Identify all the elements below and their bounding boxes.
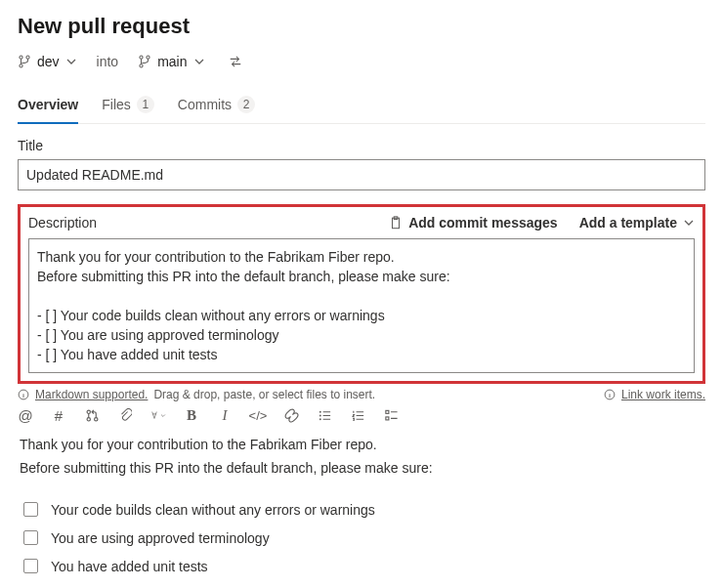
svg-point-4 xyxy=(147,56,149,59)
info-icon xyxy=(604,389,616,400)
pull-request-icon xyxy=(85,408,100,423)
into-label: into xyxy=(97,54,119,69)
link-icon xyxy=(284,408,299,423)
preview-check-item: Your code builds clean without any error… xyxy=(20,499,705,520)
title-label: Title xyxy=(18,138,705,153)
description-textarea[interactable]: Thank you for your contribution to the F… xyxy=(28,238,695,373)
branch-icon xyxy=(18,55,31,68)
svg-point-14 xyxy=(319,414,320,416)
preview-check-item: You have added unit tests xyxy=(20,556,705,576)
markdown-supported-link[interactable]: Markdown supported. xyxy=(35,388,148,401)
svg-point-12 xyxy=(94,417,97,420)
heading-icon xyxy=(150,408,159,422)
chevron-down-icon xyxy=(193,56,205,67)
description-label: Description xyxy=(28,215,367,231)
svg-point-2 xyxy=(20,64,22,67)
editor-toolbar: @ # B I </> xyxy=(18,407,705,423)
svg-point-15 xyxy=(319,418,320,420)
source-branch-button[interactable]: dev xyxy=(18,53,77,70)
branch-icon xyxy=(138,55,151,68)
preview-check-item: You are using approved terminology xyxy=(20,527,705,548)
button-label: Add commit messages xyxy=(408,215,558,231)
code-button[interactable]: </> xyxy=(250,407,266,423)
checklist-label: You have added unit tests xyxy=(51,557,208,576)
clipboard-icon xyxy=(389,216,403,230)
count-badge: 1 xyxy=(137,96,154,113)
svg-rect-16 xyxy=(385,410,388,413)
svg-point-10 xyxy=(87,410,90,413)
bold-button[interactable]: B xyxy=(184,407,199,423)
hash-button[interactable]: # xyxy=(51,407,66,423)
tab-label: Files xyxy=(102,97,131,112)
preview-intro-line: Before submitting this PR into the defau… xyxy=(20,458,705,478)
branch-selector-row: dev into main xyxy=(18,53,705,70)
svg-point-11 xyxy=(87,417,90,420)
checklist-label: Your code builds clean without any error… xyxy=(51,500,375,520)
svg-point-0 xyxy=(20,56,22,59)
italic-button[interactable]: I xyxy=(217,407,233,423)
count-badge: 2 xyxy=(237,96,255,113)
checklist-checkbox[interactable] xyxy=(23,559,38,573)
mention-button[interactable]: @ xyxy=(18,407,33,423)
tab-label: Overview xyxy=(18,97,78,112)
tab-overview[interactable]: Overview xyxy=(18,90,78,123)
attachment-button[interactable] xyxy=(117,407,133,423)
bulleted-list-button[interactable] xyxy=(317,407,332,423)
checklist-checkbox[interactable] xyxy=(23,530,38,545)
link-work-items-link[interactable]: Link work items. xyxy=(621,388,705,401)
chevron-down-icon xyxy=(65,56,77,67)
hint-row: Markdown supported. Drag & drop, paste, … xyxy=(18,388,705,401)
tab-label: Commits xyxy=(178,97,232,112)
paperclip-icon xyxy=(118,408,132,422)
source-branch-name: dev xyxy=(37,53,60,70)
svg-point-3 xyxy=(140,56,143,59)
add-commit-messages-button[interactable]: Add commit messages xyxy=(389,215,558,231)
chevron-down-icon xyxy=(683,217,695,229)
list-ol-icon xyxy=(351,408,365,423)
target-branch-name: main xyxy=(157,53,187,70)
swap-branches-button[interactable] xyxy=(229,55,242,68)
svg-point-5 xyxy=(140,64,143,67)
checklist-checkbox[interactable] xyxy=(23,502,38,517)
checklist-label: You are using approved terminology xyxy=(51,528,270,548)
tab-files[interactable]: Files 1 xyxy=(102,90,154,123)
list-ul-icon xyxy=(318,408,332,423)
info-icon xyxy=(18,389,29,400)
description-preview: Thank you for your contribution to the F… xyxy=(18,435,705,576)
button-label: Add a template xyxy=(579,215,677,231)
preview-intro-line: Thank you for your contribution to the F… xyxy=(20,435,705,454)
page-title: New pull request xyxy=(18,14,705,39)
svg-point-13 xyxy=(319,410,320,412)
target-branch-button[interactable]: main xyxy=(138,53,204,70)
svg-point-1 xyxy=(26,56,29,59)
checklist-icon xyxy=(384,408,399,423)
swap-icon xyxy=(229,55,242,68)
add-template-button[interactable]: Add a template xyxy=(579,215,695,231)
tab-commits[interactable]: Commits 2 xyxy=(178,90,255,123)
description-highlight-box: Description Add commit messages Add a te… xyxy=(18,204,705,384)
heading-button[interactable] xyxy=(150,407,166,423)
title-input[interactable] xyxy=(18,159,705,190)
pull-request-ref-button[interactable] xyxy=(84,407,100,423)
svg-rect-17 xyxy=(385,416,388,419)
chevron-down-icon xyxy=(160,411,166,420)
drag-drop-hint: Drag & drop, paste, or select files to i… xyxy=(153,388,375,401)
numbered-list-button[interactable] xyxy=(350,407,365,423)
link-button[interactable] xyxy=(283,407,299,423)
tabs: Overview Files 1 Commits 2 xyxy=(18,90,705,124)
checklist-button[interactable] xyxy=(383,407,399,423)
